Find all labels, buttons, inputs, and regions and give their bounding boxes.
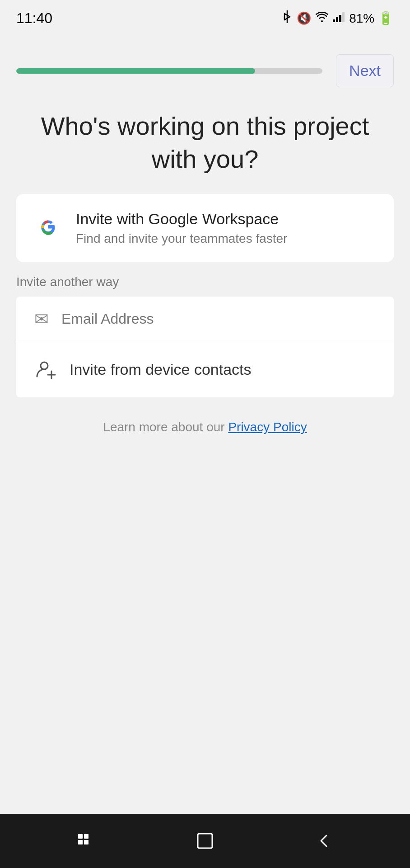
svg-rect-2 bbox=[336, 17, 338, 22]
google-workspace-subtitle: Find and invite your teammates faster bbox=[76, 231, 287, 246]
svg-rect-12 bbox=[198, 834, 212, 848]
bluetooth-icon bbox=[282, 10, 292, 26]
status-bar: 11:40 🔇 bbox=[0, 0, 410, 36]
svg-rect-3 bbox=[339, 15, 341, 22]
signal-icon bbox=[333, 11, 345, 25]
google-workspace-title: Invite with Google Workspace bbox=[76, 210, 287, 228]
email-input[interactable] bbox=[61, 311, 376, 327]
svg-rect-9 bbox=[84, 834, 89, 839]
privacy-section: Learn more about our Privacy Policy bbox=[0, 397, 410, 457]
privacy-prefix: Learn more about our bbox=[103, 420, 228, 434]
progress-area: Next bbox=[0, 45, 410, 96]
email-input-row[interactable]: ✉ bbox=[16, 297, 394, 342]
invite-another-way-label: Invite another way bbox=[0, 262, 410, 297]
next-button[interactable]: Next bbox=[336, 54, 394, 87]
nav-bar bbox=[0, 814, 410, 868]
device-contacts-label: Invite from device contacts bbox=[70, 361, 252, 378]
google-logo-icon bbox=[34, 214, 61, 241]
email-icon: ✉ bbox=[34, 309, 49, 329]
svg-rect-8 bbox=[78, 834, 83, 839]
nav-home-button[interactable] bbox=[187, 823, 223, 859]
svg-rect-1 bbox=[333, 19, 335, 22]
privacy-policy-link[interactable]: Privacy Policy bbox=[228, 420, 307, 434]
google-workspace-card[interactable]: Invite with Google Workspace Find and in… bbox=[16, 194, 394, 262]
title-section: Who's working on this project with you? bbox=[0, 96, 410, 194]
battery-indicator: 81% 🔋 bbox=[349, 11, 394, 26]
google-workspace-option[interactable]: Invite with Google Workspace Find and in… bbox=[16, 194, 394, 262]
mute-icon: 🔇 bbox=[297, 11, 311, 25]
svg-point-5 bbox=[41, 362, 48, 369]
svg-rect-4 bbox=[342, 12, 345, 22]
status-icons: 🔇 81% 🔋 bbox=[282, 10, 394, 26]
google-card-text: Invite with Google Workspace Find and in… bbox=[76, 210, 287, 246]
main-content: Next Who's working on this project with … bbox=[0, 36, 410, 814]
status-time: 11:40 bbox=[16, 10, 52, 27]
page-title: Who's working on this project with you? bbox=[27, 110, 383, 176]
wifi-icon bbox=[316, 11, 328, 25]
svg-rect-11 bbox=[84, 840, 89, 844]
svg-rect-10 bbox=[78, 840, 83, 844]
contacts-row[interactable]: Invite from device contacts bbox=[16, 342, 394, 397]
nav-menu-button[interactable] bbox=[68, 823, 104, 859]
nav-back-button[interactable] bbox=[306, 823, 342, 859]
progress-bar-fill bbox=[16, 68, 255, 74]
add-contact-icon bbox=[34, 359, 57, 381]
progress-bar-container bbox=[16, 68, 322, 74]
